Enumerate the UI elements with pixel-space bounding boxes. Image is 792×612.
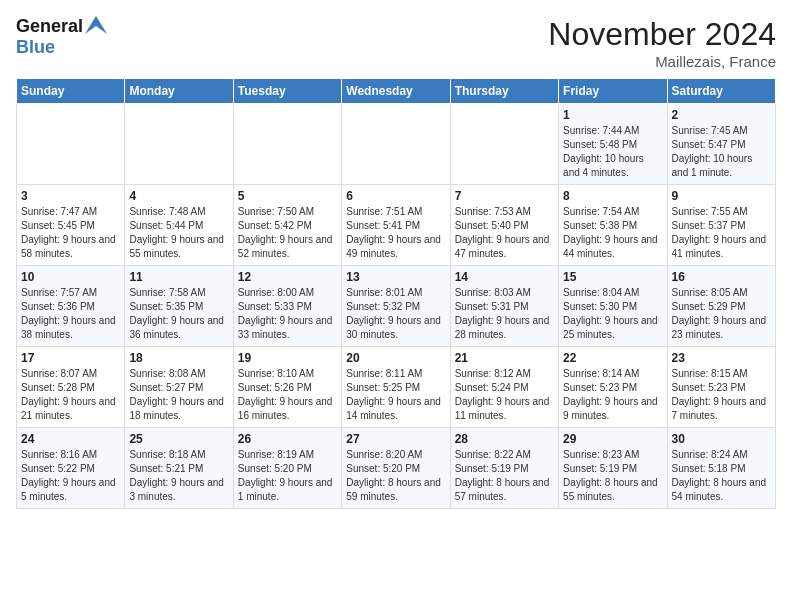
calendar-day-19: 19Sunrise: 8:10 AM Sunset: 5:26 PM Dayli… xyxy=(233,347,341,428)
day-info: Sunrise: 8:16 AM Sunset: 5:22 PM Dayligh… xyxy=(21,448,120,504)
day-info: Sunrise: 8:05 AM Sunset: 5:29 PM Dayligh… xyxy=(672,286,771,342)
column-header-wednesday: Wednesday xyxy=(342,79,450,104)
calendar-day-1: 1Sunrise: 7:44 AM Sunset: 5:48 PM Daylig… xyxy=(559,104,667,185)
logo: General Blue xyxy=(16,16,107,58)
day-info: Sunrise: 7:47 AM Sunset: 5:45 PM Dayligh… xyxy=(21,205,120,261)
calendar-week-row: 3Sunrise: 7:47 AM Sunset: 5:45 PM Daylig… xyxy=(17,185,776,266)
day-number: 26 xyxy=(238,432,337,446)
empty-day-cell xyxy=(17,104,125,185)
column-header-sunday: Sunday xyxy=(17,79,125,104)
title-block: November 2024 Maillezais, France xyxy=(548,16,776,70)
day-info: Sunrise: 8:20 AM Sunset: 5:20 PM Dayligh… xyxy=(346,448,445,504)
calendar-day-28: 28Sunrise: 8:22 AM Sunset: 5:19 PM Dayli… xyxy=(450,428,558,509)
day-info: Sunrise: 8:12 AM Sunset: 5:24 PM Dayligh… xyxy=(455,367,554,423)
day-number: 27 xyxy=(346,432,445,446)
day-number: 16 xyxy=(672,270,771,284)
day-number: 5 xyxy=(238,189,337,203)
day-info: Sunrise: 7:45 AM Sunset: 5:47 PM Dayligh… xyxy=(672,124,771,180)
calendar-day-23: 23Sunrise: 8:15 AM Sunset: 5:23 PM Dayli… xyxy=(667,347,775,428)
calendar-body: 1Sunrise: 7:44 AM Sunset: 5:48 PM Daylig… xyxy=(17,104,776,509)
day-number: 8 xyxy=(563,189,662,203)
day-info: Sunrise: 8:07 AM Sunset: 5:28 PM Dayligh… xyxy=(21,367,120,423)
calendar-day-27: 27Sunrise: 8:20 AM Sunset: 5:20 PM Dayli… xyxy=(342,428,450,509)
calendar-day-25: 25Sunrise: 8:18 AM Sunset: 5:21 PM Dayli… xyxy=(125,428,233,509)
day-number: 9 xyxy=(672,189,771,203)
logo-blue-text: Blue xyxy=(16,37,107,58)
calendar-day-22: 22Sunrise: 8:14 AM Sunset: 5:23 PM Dayli… xyxy=(559,347,667,428)
empty-day-cell xyxy=(342,104,450,185)
day-number: 7 xyxy=(455,189,554,203)
column-header-friday: Friday xyxy=(559,79,667,104)
day-info: Sunrise: 8:01 AM Sunset: 5:32 PM Dayligh… xyxy=(346,286,445,342)
calendar-week-row: 17Sunrise: 8:07 AM Sunset: 5:28 PM Dayli… xyxy=(17,347,776,428)
day-info: Sunrise: 8:18 AM Sunset: 5:21 PM Dayligh… xyxy=(129,448,228,504)
calendar-day-24: 24Sunrise: 8:16 AM Sunset: 5:22 PM Dayli… xyxy=(17,428,125,509)
calendar-day-16: 16Sunrise: 8:05 AM Sunset: 5:29 PM Dayli… xyxy=(667,266,775,347)
calendar-day-15: 15Sunrise: 8:04 AM Sunset: 5:30 PM Dayli… xyxy=(559,266,667,347)
day-number: 4 xyxy=(129,189,228,203)
day-number: 14 xyxy=(455,270,554,284)
day-number: 6 xyxy=(346,189,445,203)
calendar-day-5: 5Sunrise: 7:50 AM Sunset: 5:42 PM Daylig… xyxy=(233,185,341,266)
day-info: Sunrise: 7:58 AM Sunset: 5:35 PM Dayligh… xyxy=(129,286,228,342)
calendar-day-12: 12Sunrise: 8:00 AM Sunset: 5:33 PM Dayli… xyxy=(233,266,341,347)
day-info: Sunrise: 8:24 AM Sunset: 5:18 PM Dayligh… xyxy=(672,448,771,504)
day-number: 13 xyxy=(346,270,445,284)
calendar-day-7: 7Sunrise: 7:53 AM Sunset: 5:40 PM Daylig… xyxy=(450,185,558,266)
day-info: Sunrise: 7:53 AM Sunset: 5:40 PM Dayligh… xyxy=(455,205,554,261)
day-number: 21 xyxy=(455,351,554,365)
logo-bird-icon xyxy=(85,16,107,34)
calendar-day-21: 21Sunrise: 8:12 AM Sunset: 5:24 PM Dayli… xyxy=(450,347,558,428)
day-number: 25 xyxy=(129,432,228,446)
day-info: Sunrise: 8:19 AM Sunset: 5:20 PM Dayligh… xyxy=(238,448,337,504)
calendar-day-11: 11Sunrise: 7:58 AM Sunset: 5:35 PM Dayli… xyxy=(125,266,233,347)
calendar-day-8: 8Sunrise: 7:54 AM Sunset: 5:38 PM Daylig… xyxy=(559,185,667,266)
logo-text: General xyxy=(16,16,107,39)
day-info: Sunrise: 8:11 AM Sunset: 5:25 PM Dayligh… xyxy=(346,367,445,423)
calendar-day-13: 13Sunrise: 8:01 AM Sunset: 5:32 PM Dayli… xyxy=(342,266,450,347)
calendar-day-17: 17Sunrise: 8:07 AM Sunset: 5:28 PM Dayli… xyxy=(17,347,125,428)
day-info: Sunrise: 7:55 AM Sunset: 5:37 PM Dayligh… xyxy=(672,205,771,261)
column-header-saturday: Saturday xyxy=(667,79,775,104)
day-info: Sunrise: 7:54 AM Sunset: 5:38 PM Dayligh… xyxy=(563,205,662,261)
empty-day-cell xyxy=(125,104,233,185)
day-info: Sunrise: 8:23 AM Sunset: 5:19 PM Dayligh… xyxy=(563,448,662,504)
calendar-day-9: 9Sunrise: 7:55 AM Sunset: 5:37 PM Daylig… xyxy=(667,185,775,266)
day-number: 11 xyxy=(129,270,228,284)
calendar-header-row: SundayMondayTuesdayWednesdayThursdayFrid… xyxy=(17,79,776,104)
empty-day-cell xyxy=(450,104,558,185)
day-info: Sunrise: 7:57 AM Sunset: 5:36 PM Dayligh… xyxy=(21,286,120,342)
calendar-day-20: 20Sunrise: 8:11 AM Sunset: 5:25 PM Dayli… xyxy=(342,347,450,428)
calendar-day-3: 3Sunrise: 7:47 AM Sunset: 5:45 PM Daylig… xyxy=(17,185,125,266)
day-info: Sunrise: 7:51 AM Sunset: 5:41 PM Dayligh… xyxy=(346,205,445,261)
day-number: 17 xyxy=(21,351,120,365)
day-info: Sunrise: 8:10 AM Sunset: 5:26 PM Dayligh… xyxy=(238,367,337,423)
day-number: 10 xyxy=(21,270,120,284)
day-number: 29 xyxy=(563,432,662,446)
calendar-table: SundayMondayTuesdayWednesdayThursdayFrid… xyxy=(16,78,776,509)
day-number: 23 xyxy=(672,351,771,365)
calendar-day-29: 29Sunrise: 8:23 AM Sunset: 5:19 PM Dayli… xyxy=(559,428,667,509)
month-title: November 2024 xyxy=(548,16,776,53)
calendar-week-row: 10Sunrise: 7:57 AM Sunset: 5:36 PM Dayli… xyxy=(17,266,776,347)
day-number: 28 xyxy=(455,432,554,446)
day-number: 20 xyxy=(346,351,445,365)
calendar-day-6: 6Sunrise: 7:51 AM Sunset: 5:41 PM Daylig… xyxy=(342,185,450,266)
day-info: Sunrise: 8:08 AM Sunset: 5:27 PM Dayligh… xyxy=(129,367,228,423)
day-number: 15 xyxy=(563,270,662,284)
day-number: 18 xyxy=(129,351,228,365)
location: Maillezais, France xyxy=(548,53,776,70)
day-info: Sunrise: 8:14 AM Sunset: 5:23 PM Dayligh… xyxy=(563,367,662,423)
day-number: 24 xyxy=(21,432,120,446)
day-number: 30 xyxy=(672,432,771,446)
day-info: Sunrise: 8:15 AM Sunset: 5:23 PM Dayligh… xyxy=(672,367,771,423)
day-number: 1 xyxy=(563,108,662,122)
calendar-day-10: 10Sunrise: 7:57 AM Sunset: 5:36 PM Dayli… xyxy=(17,266,125,347)
calendar-day-26: 26Sunrise: 8:19 AM Sunset: 5:20 PM Dayli… xyxy=(233,428,341,509)
calendar-day-18: 18Sunrise: 8:08 AM Sunset: 5:27 PM Dayli… xyxy=(125,347,233,428)
day-info: Sunrise: 7:48 AM Sunset: 5:44 PM Dayligh… xyxy=(129,205,228,261)
column-header-thursday: Thursday xyxy=(450,79,558,104)
calendar-week-row: 1Sunrise: 7:44 AM Sunset: 5:48 PM Daylig… xyxy=(17,104,776,185)
page-header: General Blue November 2024 Maillezais, F… xyxy=(16,16,776,70)
empty-day-cell xyxy=(233,104,341,185)
